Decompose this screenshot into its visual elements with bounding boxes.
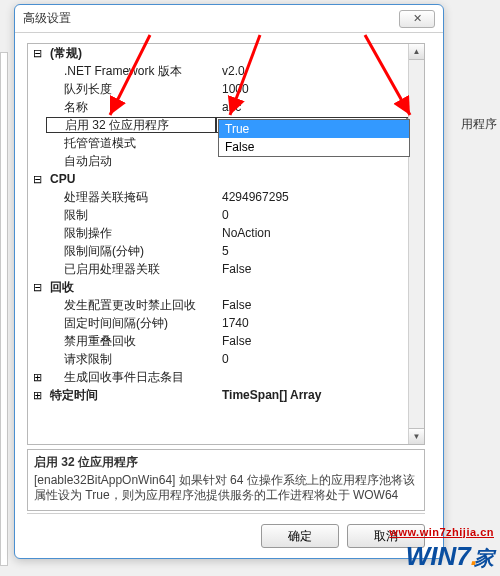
background-panel-edge [0, 52, 8, 566]
prop-label: 启用 32 位应用程序 [46, 117, 216, 133]
expand-icon[interactable]: ⊞ [28, 368, 46, 386]
prop-value[interactable]: TimeSpan[] Array [216, 386, 424, 404]
prop-value[interactable]: 1740 [216, 314, 424, 332]
dropdown-option-false[interactable]: False [219, 138, 409, 156]
row-name[interactable]: 名称 abc [28, 98, 424, 116]
chevron-down-icon: ▼ [413, 432, 421, 441]
category-recycle[interactable]: ⊟ 回收 [28, 278, 424, 296]
window-title: 高级设置 [23, 10, 399, 27]
row-regular-interval[interactable]: 固定时间间隔(分钟) 1740 [28, 314, 424, 332]
chevron-up-icon: ▲ [413, 47, 421, 56]
prop-value[interactable]: 1000 [216, 80, 424, 98]
row-eventlog-entry[interactable]: ⊞ 生成回收事件日志条目 [28, 368, 424, 386]
prop-label: 名称 [46, 98, 216, 116]
row-disable-recycle-on-config[interactable]: 发生配置更改时禁止回收 False [28, 296, 424, 314]
prop-value[interactable]: False [216, 296, 424, 314]
site-logo: WIN7.家 [406, 541, 494, 572]
prop-value[interactable]: 0 [216, 206, 424, 224]
row-cpu-affinity[interactable]: 已启用处理器关联 False [28, 260, 424, 278]
description-panel: 启用 32 位应用程序 [enable32BitAppOnWin64] 如果针对… [27, 449, 425, 511]
advanced-settings-dialog: 高级设置 ✕ ⊟ (常规) .NET Framework 版本 v2.0 队列长… [14, 4, 444, 559]
row-net-framework[interactable]: .NET Framework 版本 v2.0 [28, 62, 424, 80]
prop-value[interactable]: NoAction [216, 224, 424, 242]
collapse-icon[interactable]: ⊟ [28, 44, 46, 62]
prop-value[interactable]: 5 [216, 242, 424, 260]
prop-label: 固定时间间隔(分钟) [46, 314, 216, 332]
prop-label: 队列长度 [46, 80, 216, 98]
enable-32bit-dropdown: True False [218, 119, 410, 157]
property-grid[interactable]: ⊟ (常规) .NET Framework 版本 v2.0 队列长度 1000 … [27, 43, 425, 445]
dialog-buttons: 确定 取消 [27, 513, 425, 548]
prop-value[interactable]: v2.0 [216, 62, 424, 80]
category-label: (常规) [46, 44, 216, 62]
description-title: 启用 32 位应用程序 [34, 454, 418, 471]
prop-label: 特定时间 [46, 386, 216, 404]
prop-label: 禁用重叠回收 [46, 332, 216, 350]
row-cpu-interval[interactable]: 限制间隔(分钟) 5 [28, 242, 424, 260]
row-cpu-action[interactable]: 限制操作 NoAction [28, 224, 424, 242]
row-cpu-limit[interactable]: 限制 0 [28, 206, 424, 224]
prop-label: 请求限制 [46, 350, 216, 368]
titlebar: 高级设置 ✕ [15, 5, 443, 33]
scroll-down-button[interactable]: ▼ [409, 428, 424, 444]
watermark-url: www.win7zhijia.cn [389, 526, 494, 538]
prop-label: 限制操作 [46, 224, 216, 242]
dropdown-option-true[interactable]: True [219, 120, 409, 138]
scroll-up-button[interactable]: ▲ [409, 44, 424, 60]
prop-value[interactable]: 4294967295 [216, 188, 424, 206]
prop-label: .NET Framework 版本 [46, 62, 216, 80]
collapse-icon[interactable]: ⊟ [28, 170, 46, 188]
row-disable-overlap[interactable]: 禁用重叠回收 False [28, 332, 424, 350]
row-request-limit[interactable]: 请求限制 0 [28, 350, 424, 368]
description-body: [enable32BitAppOnWin64] 如果针对 64 位操作系统上的应… [34, 473, 418, 503]
category-general[interactable]: ⊟ (常规) [28, 44, 424, 62]
prop-label: 限制 [46, 206, 216, 224]
prop-value[interactable] [216, 368, 424, 386]
category-label: CPU [46, 170, 216, 188]
prop-label: 托管管道模式 [46, 134, 216, 152]
row-schedule[interactable]: ⊞ 特定时间 TimeSpan[] Array [28, 386, 424, 404]
prop-label: 已启用处理器关联 [46, 260, 216, 278]
expand-icon[interactable]: ⊞ [28, 386, 46, 404]
prop-label: 处理器关联掩码 [46, 188, 216, 206]
row-queue-length[interactable]: 队列长度 1000 [28, 80, 424, 98]
collapse-icon[interactable]: ⊟ [28, 278, 46, 296]
row-cpu-mask[interactable]: 处理器关联掩码 4294967295 [28, 188, 424, 206]
background-text: 用程序，并提供 [461, 116, 500, 133]
prop-value[interactable]: False [216, 260, 424, 278]
prop-label: 自动启动 [46, 152, 216, 170]
prop-label: 限制间隔(分钟) [46, 242, 216, 260]
category-label: 回收 [46, 278, 216, 296]
close-button[interactable]: ✕ [399, 10, 435, 28]
prop-value[interactable]: False [216, 332, 424, 350]
vertical-scrollbar[interactable]: ▲ ▼ [408, 44, 424, 444]
category-cpu[interactable]: ⊟ CPU [28, 170, 424, 188]
prop-label: 生成回收事件日志条目 [46, 368, 216, 386]
ok-button[interactable]: 确定 [261, 524, 339, 548]
prop-value[interactable]: abc [216, 98, 424, 116]
prop-value[interactable]: 0 [216, 350, 424, 368]
prop-label: 发生配置更改时禁止回收 [46, 296, 216, 314]
close-icon: ✕ [413, 12, 422, 25]
